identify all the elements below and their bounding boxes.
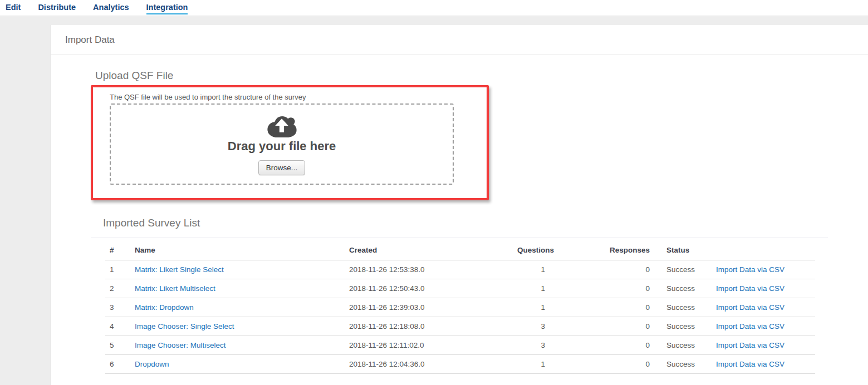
table-row: 3 Matrix: Dropdown 2018-11-26 12:39:03.0… (105, 298, 815, 317)
nav-tab-integration[interactable]: Integration (146, 2, 188, 14)
survey-name-link[interactable]: Matrix: Likert Single Select (135, 265, 224, 274)
responses-count: 0 (557, 317, 662, 336)
responses-count: 0 (557, 298, 662, 317)
survey-name-link[interactable]: Matrix: Likert Multiselect (135, 284, 215, 293)
created-timestamp: 2018-11-26 12:11:02.0 (345, 336, 513, 355)
main-panel: Import Data Upload QSF File The QSF file… (50, 25, 868, 385)
responses-count: 0 (557, 336, 662, 355)
responses-count: 0 (557, 279, 662, 298)
status-text: Success (662, 336, 713, 355)
column-header-status: Status (662, 238, 713, 260)
table-row: 5 Image Chooser: Multiselect 2018-11-26 … (105, 336, 815, 355)
upload-description: The QSF file will be used to import the … (110, 93, 487, 101)
survey-list-heading: Imported Survey List (103, 217, 828, 229)
status-text: Success (662, 317, 713, 336)
column-header-num: # (105, 238, 130, 260)
imported-survey-section: Imported Survey List # Name Created Ques… (91, 217, 828, 374)
questions-count: 1 (513, 279, 557, 298)
cloud-upload-icon (266, 115, 297, 137)
import-csv-link[interactable]: Import Data via CSV (716, 284, 784, 293)
responses-count: 0 (557, 355, 662, 374)
table-row: 1 Matrix: Likert Single Select 2018-11-2… (105, 260, 815, 279)
column-header-responses: Responses (557, 238, 662, 260)
created-timestamp: 2018-11-26 12:18:08.0 (345, 317, 513, 336)
page-title: Import Data (65, 34, 115, 46)
column-header-action (713, 238, 815, 260)
survey-name-link[interactable]: Matrix: Dropdown (135, 303, 194, 312)
nav-tab-analytics[interactable]: Analytics (93, 2, 129, 14)
annotation-highlight: The QSF file will be used to import the … (91, 85, 489, 200)
import-csv-link[interactable]: Import Data via CSV (716, 360, 784, 368)
questions-count: 1 (513, 260, 557, 279)
created-timestamp: 2018-11-26 12:04:36.0 (345, 355, 513, 374)
nav-tab-edit[interactable]: Edit (6, 2, 21, 14)
status-text: Success (662, 355, 713, 374)
created-timestamp: 2018-11-26 12:53:38.0 (345, 260, 513, 279)
questions-count: 3 (513, 336, 557, 355)
table-row: 2 Matrix: Likert Multiselect 2018-11-26 … (105, 279, 815, 298)
status-text: Success (662, 279, 713, 298)
import-csv-link[interactable]: Import Data via CSV (716, 303, 784, 312)
questions-count: 1 (513, 298, 557, 317)
file-dropzone[interactable]: Drag your file here Browse... (110, 103, 454, 185)
table-header-row: # Name Created Questions Responses Statu… (105, 238, 815, 260)
survey-name-link[interactable]: Image Chooser: Single Select (135, 322, 234, 330)
column-header-questions: Questions (513, 238, 557, 260)
row-number: 2 (105, 279, 130, 298)
column-header-name: Name (130, 238, 345, 260)
nav-tab-distribute[interactable]: Distribute (38, 2, 76, 14)
top-navigation: Edit Distribute Analytics Integration (0, 0, 868, 16)
table-row: 6 Dropdown 2018-11-26 12:04:36.0 1 0 Suc… (105, 355, 815, 374)
import-csv-link[interactable]: Import Data via CSV (716, 265, 784, 274)
questions-count: 1 (513, 355, 557, 374)
panel-body: Upload QSF File The QSF file will be use… (51, 70, 868, 374)
row-number: 4 (105, 317, 130, 336)
panel-header: Import Data (51, 25, 868, 55)
survey-name-link[interactable]: Dropdown (135, 360, 169, 368)
row-number: 5 (105, 336, 130, 355)
created-timestamp: 2018-11-26 12:39:03.0 (345, 298, 513, 317)
status-text: Success (662, 298, 713, 317)
column-header-created: Created (345, 238, 513, 260)
imported-survey-table: # Name Created Questions Responses Statu… (105, 238, 815, 374)
table-row: 4 Image Chooser: Single Select 2018-11-2… (105, 317, 815, 336)
row-number: 1 (105, 260, 130, 279)
created-timestamp: 2018-11-26 12:50:43.0 (345, 279, 513, 298)
responses-count: 0 (557, 260, 662, 279)
status-text: Success (662, 260, 713, 279)
row-number: 6 (105, 355, 130, 374)
upload-qsf-section: Upload QSF File The QSF file will be use… (91, 70, 828, 200)
import-csv-link[interactable]: Import Data via CSV (716, 322, 784, 330)
row-number: 3 (105, 298, 130, 317)
dropzone-label: Drag your file here (228, 139, 336, 154)
upload-section-heading: Upload QSF File (95, 70, 828, 82)
import-csv-link[interactable]: Import Data via CSV (716, 341, 784, 349)
questions-count: 3 (513, 317, 557, 336)
browse-button[interactable]: Browse... (258, 160, 305, 175)
survey-name-link[interactable]: Image Chooser: Multiselect (135, 341, 226, 349)
